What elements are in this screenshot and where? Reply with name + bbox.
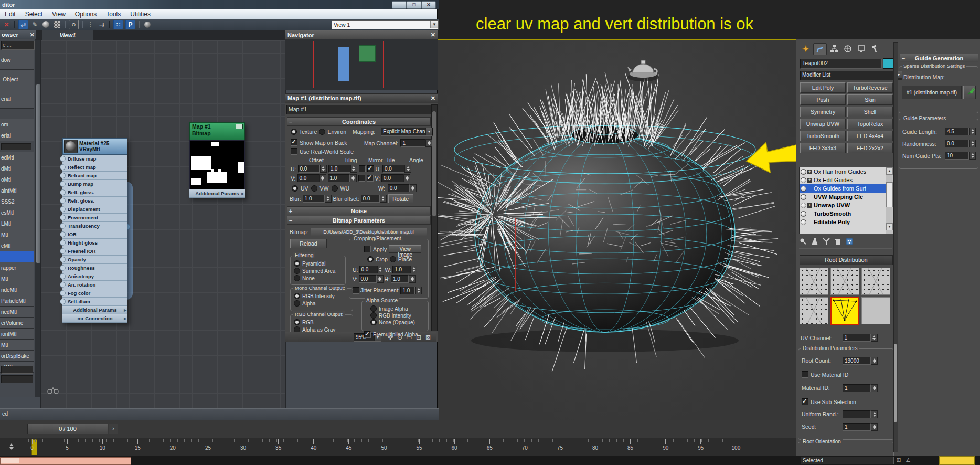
crop-u-spinner[interactable]: 0.0 bbox=[359, 266, 384, 273]
material-slot[interactable]: Opacity bbox=[62, 256, 127, 264]
modifier-button[interactable]: Push bbox=[800, 94, 846, 105]
parameter-editor-icon[interactable]: P bbox=[125, 20, 135, 29]
show-maps-icon[interactable]: O bbox=[69, 20, 79, 29]
rgb-option[interactable]: RGB bbox=[294, 319, 353, 325]
configure-modifier-sets-icon[interactable] bbox=[845, 237, 854, 246]
modifier-button[interactable]: FFD 3x3x3 bbox=[800, 143, 846, 153]
browser-list-item[interactable]: rapper bbox=[0, 262, 34, 273]
viewport-canvas[interactable] bbox=[437, 40, 796, 423]
distribution-tile[interactable] bbox=[830, 268, 859, 295]
modifier-button[interactable]: TopoRelax bbox=[847, 119, 893, 129]
browser-list-item[interactable]: nedMtl bbox=[0, 307, 34, 318]
maximize-button[interactable]: □ bbox=[407, 1, 421, 9]
modifier-button[interactable]: FFD 4x4x4 bbox=[847, 131, 893, 141]
browser-list-item[interactable]: Mtl bbox=[0, 229, 34, 240]
collapse-node-icon[interactable]: – bbox=[236, 124, 243, 129]
pick-material-icon[interactable]: ✎ bbox=[30, 20, 39, 29]
guide-parameter-spinner[interactable]: 0.0 bbox=[945, 140, 976, 147]
root-count-spinner[interactable]: 13000 bbox=[843, 357, 878, 365]
menu-item[interactable]: Select bbox=[20, 10, 47, 18]
browser-list-item[interactable]: cMtl bbox=[0, 240, 34, 251]
browser-list-item[interactable]: aintMtl bbox=[0, 185, 34, 196]
material-slot[interactable]: Translucency bbox=[62, 222, 127, 230]
browser-list-item[interactable]: ParticleMtl bbox=[0, 295, 34, 307]
browser-list-item[interactable]: dMtl bbox=[0, 163, 34, 174]
material-slot[interactable]: Bump map bbox=[62, 180, 127, 188]
modifier-stack-item[interactable]: Ox Edit Guides bbox=[800, 176, 893, 184]
map-name-field[interactable]: Map #1 bbox=[286, 105, 431, 114]
environ-radio[interactable] bbox=[319, 129, 325, 135]
tab-utilities[interactable] bbox=[869, 43, 881, 54]
slot-socket-icon[interactable] bbox=[60, 231, 66, 237]
modifier-stack-item[interactable]: Ox Hair from Guides bbox=[800, 167, 893, 176]
slot-socket-icon[interactable] bbox=[60, 206, 66, 212]
stack-scrollbar[interactable]: ▲ ▼ bbox=[886, 167, 893, 234]
browser-list-item[interactable] bbox=[0, 109, 34, 119]
zoom-extents-selected-icon[interactable]: ⊠ bbox=[423, 334, 433, 341]
radio-icon[interactable] bbox=[294, 293, 300, 299]
expand-plus-icon[interactable] bbox=[807, 178, 812, 183]
texture-radio[interactable] bbox=[291, 129, 297, 135]
remove-modifier-icon[interactable] bbox=[834, 237, 842, 246]
browser-list-item[interactable] bbox=[0, 251, 34, 262]
tab-motion[interactable] bbox=[841, 43, 854, 54]
u-mirror-checkbox[interactable] bbox=[359, 165, 366, 172]
modifier-button[interactable]: Unwrap UVW bbox=[800, 119, 846, 129]
material-slot[interactable]: Displacement bbox=[62, 205, 127, 214]
radio-icon[interactable] bbox=[370, 312, 377, 319]
perspective-viewport[interactable] bbox=[437, 40, 796, 423]
browser-field-2[interactable] bbox=[1, 375, 33, 383]
expand-plus-icon[interactable] bbox=[807, 203, 812, 208]
mono-option[interactable]: Alpha bbox=[294, 300, 353, 307]
browser-list-item[interactable]: edMtl bbox=[0, 152, 34, 163]
angle-snap-icon[interactable]: ∠ bbox=[904, 457, 912, 463]
view-selector-combo[interactable]: View 1 ▼ bbox=[332, 20, 439, 29]
crop-h-spinner[interactable]: 1.0 bbox=[391, 275, 416, 283]
browser-header[interactable]: owser ✕ bbox=[0, 30, 36, 39]
radio-icon[interactable] bbox=[294, 260, 300, 267]
browser-search-input[interactable]: e ... bbox=[1, 41, 35, 50]
modifier-enable-bulb-icon[interactable] bbox=[801, 186, 806, 192]
v-angle-spinner[interactable]: 0.0 bbox=[381, 174, 410, 182]
uniform-rand-spinner[interactable] bbox=[843, 410, 878, 418]
rotate-button[interactable]: Rotate bbox=[388, 194, 413, 203]
delete-selected-icon[interactable]: ✕ bbox=[2, 20, 11, 29]
slot-socket-icon[interactable] bbox=[60, 215, 66, 220]
browser-list-item[interactable]: Mtl bbox=[0, 273, 34, 284]
parameter-editor-titlebar[interactable]: Map #1 (distribtion map.tif) ✕ bbox=[285, 94, 438, 103]
slot-socket-icon[interactable] bbox=[60, 273, 66, 279]
crop-w-spinner[interactable]: 1.0 bbox=[392, 266, 417, 273]
material-slot[interactable]: Self-illum bbox=[62, 298, 127, 306]
u-angle-spinner[interactable]: 0.0 bbox=[382, 165, 411, 173]
material-slot[interactable]: Reflect map bbox=[62, 163, 127, 172]
slot-socket-icon[interactable] bbox=[60, 248, 66, 254]
node-view[interactable]: Material #25 VRayMtl Diffuse map Reflec bbox=[40, 40, 286, 409]
tab-hierarchy[interactable] bbox=[828, 43, 840, 54]
modifier-button[interactable]: Skin bbox=[847, 94, 893, 105]
browser-field-1[interactable] bbox=[1, 366, 33, 374]
menu-item[interactable]: Options bbox=[70, 10, 101, 18]
slot-socket-icon[interactable] bbox=[60, 173, 66, 178]
browser-list-item[interactable]: erVolume bbox=[0, 318, 34, 329]
filtering-option[interactable]: Summed Area bbox=[294, 268, 345, 274]
parameter-scrollbar[interactable] bbox=[431, 104, 438, 331]
material-slot[interactable]: IOR bbox=[62, 230, 127, 239]
modifier-enable-bulb-icon[interactable] bbox=[801, 169, 806, 175]
material-node[interactable]: Material #25 VRayMtl Diffuse map Reflec bbox=[62, 138, 127, 323]
modifier-stack-item[interactable]: Editable Poly bbox=[800, 218, 893, 226]
filtering-option[interactable]: Pyramidal bbox=[294, 260, 345, 267]
move-children-icon[interactable]: ⇄ bbox=[18, 20, 28, 29]
slot-socket-icon[interactable] bbox=[60, 156, 66, 162]
alpha-option[interactable]: RGB Intensity bbox=[370, 312, 428, 319]
guide-parameter-spinner[interactable]: 10 bbox=[945, 152, 976, 160]
tab-modify[interactable] bbox=[813, 43, 827, 55]
distribution-tile[interactable] bbox=[800, 268, 828, 295]
material-slot[interactable]: Refr. gloss. bbox=[62, 197, 127, 205]
real-world-checkbox[interactable] bbox=[291, 148, 297, 155]
material-slot[interactable]: Refract map bbox=[62, 172, 127, 180]
modifier-stack-item[interactable]: Ox Guides from Surf bbox=[800, 184, 893, 193]
coordinates-rollout[interactable]: –Coordinates bbox=[287, 117, 431, 126]
chevron-down-icon[interactable]: ▼ bbox=[425, 128, 432, 135]
crop-radio[interactable] bbox=[367, 256, 374, 262]
v-mirror-checkbox[interactable] bbox=[358, 175, 365, 182]
